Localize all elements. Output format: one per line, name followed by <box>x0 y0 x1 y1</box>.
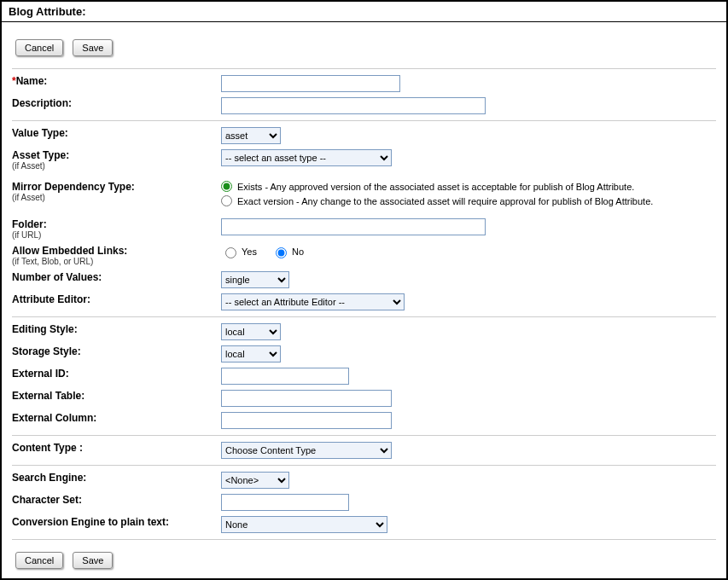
button-row-bottom: Cancel Save <box>12 543 716 577</box>
save-button[interactable]: Save <box>73 39 113 56</box>
divider <box>12 435 716 436</box>
mirror-exact-label: Exact version - Any change to the associ… <box>237 196 653 206</box>
label-value-type: Value Type: <box>12 127 221 139</box>
row-allow-embedded: Allow Embedded Links: (if Text, Blob, or… <box>12 242 716 269</box>
folder-input[interactable] <box>221 218 486 235</box>
mirror-exists-label: Exists - Any approved version of the ass… <box>237 182 634 192</box>
cancel-button[interactable]: Cancel <box>15 39 63 56</box>
row-external-id: External ID: <box>12 365 716 387</box>
asset-type-select[interactable]: -- select an asset type -- <box>221 149 392 166</box>
button-row-top: Cancel Save <box>12 31 716 65</box>
label-search-engine: Search Engine: <box>12 472 221 484</box>
label-folder: Folder: (if URL) <box>12 218 221 240</box>
label-editing-style: Editing Style: <box>12 323 221 335</box>
embed-no-label: No <box>292 246 304 257</box>
external-column-input[interactable] <box>221 412 392 429</box>
row-value-type: Value Type: asset <box>12 125 716 147</box>
save-button-bottom[interactable]: Save <box>73 552 113 569</box>
row-attr-editor: Attribute Editor: -- select an Attribute… <box>12 291 716 313</box>
divider <box>12 465 716 466</box>
row-external-table: External Table: <box>12 387 716 409</box>
divider <box>12 120 716 121</box>
row-search-engine: Search Engine: <None> <box>12 469 716 491</box>
form-content: Cancel Save *Name: Description: Value Ty… <box>2 22 726 580</box>
page-title: Blog Attribute: <box>2 2 726 22</box>
row-name: *Name: <box>12 72 716 95</box>
content-type-select[interactable]: Choose Content Type <box>221 442 392 459</box>
label-storage-style: Storage Style: <box>12 345 221 357</box>
storage-style-select[interactable]: local <box>221 345 281 362</box>
external-id-input[interactable] <box>221 368 349 385</box>
label-conv-engine: Conversion Engine to plain text: <box>12 516 221 528</box>
divider <box>12 68 716 69</box>
description-input[interactable] <box>221 97 486 114</box>
attr-editor-select[interactable]: -- select an Attribute Editor -- <box>221 293 405 310</box>
conv-engine-select[interactable]: None <box>221 516 387 533</box>
row-num-values: Number of Values: single <box>12 269 716 291</box>
mirror-exists-radio[interactable] <box>221 181 232 192</box>
embed-no-radio[interactable] <box>276 247 287 258</box>
divider <box>12 539 716 540</box>
label-allow-embedded: Allow Embedded Links: (if Text, Blob, or… <box>12 245 221 266</box>
embed-yes-label: Yes <box>242 246 257 257</box>
label-content-type: Content Type : <box>12 442 221 454</box>
row-editing-style: Editing Style: local <box>12 321 716 343</box>
form-container: Blog Attribute: Cancel Save *Name: Descr… <box>0 0 728 580</box>
label-num-values: Number of Values: <box>12 271 221 283</box>
editing-style-select[interactable]: local <box>221 323 281 340</box>
num-values-select[interactable]: single <box>221 271 289 288</box>
row-charset: Character Set: <box>12 491 716 513</box>
label-external-column: External Column: <box>12 412 221 424</box>
label-external-id: External ID: <box>12 368 221 380</box>
row-storage-style: Storage Style: local <box>12 343 716 365</box>
label-asset-type: Asset Type: (if Asset) <box>12 149 221 171</box>
row-folder: Folder: (if URL) <box>12 216 716 242</box>
external-table-input[interactable] <box>221 390 392 407</box>
label-mirror-dep: Mirror Dependency Type: (if Asset) <box>12 181 221 202</box>
row-content-type: Content Type : Choose Content Type <box>12 439 716 461</box>
cancel-button-bottom[interactable]: Cancel <box>15 552 63 569</box>
name-input[interactable] <box>221 75 400 92</box>
divider <box>12 316 716 317</box>
label-description: Description: <box>12 97 221 109</box>
charset-input[interactable] <box>221 494 349 511</box>
row-description: Description: <box>12 95 716 117</box>
row-external-column: External Column: <box>12 409 716 432</box>
search-engine-select[interactable]: <None> <box>221 472 289 489</box>
embed-yes-radio[interactable] <box>225 247 236 258</box>
mirror-exact-radio[interactable] <box>221 195 232 206</box>
label-name: *Name: <box>12 75 221 87</box>
row-asset-type: Asset Type: (if Asset) -- select an asse… <box>12 147 716 173</box>
label-external-table: External Table: <box>12 390 221 402</box>
row-conv-engine: Conversion Engine to plain text: None <box>12 513 716 536</box>
label-attr-editor: Attribute Editor: <box>12 293 221 305</box>
value-type-select[interactable]: asset <box>221 127 281 144</box>
label-charset: Character Set: <box>12 494 221 506</box>
row-mirror-dep: Mirror Dependency Type: (if Asset) Exist… <box>12 178 716 212</box>
